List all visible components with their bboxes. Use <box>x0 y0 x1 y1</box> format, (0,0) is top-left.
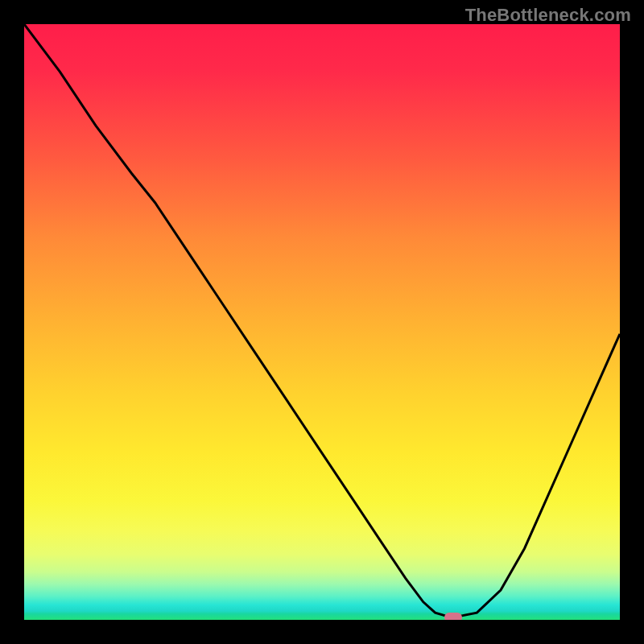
chart-frame: TheBottleneck.com <box>0 0 644 644</box>
curve-svg <box>24 24 620 620</box>
watermark-text: TheBottleneck.com <box>465 5 631 26</box>
optimal-point-marker <box>444 613 462 620</box>
plot-area <box>24 24 620 620</box>
bottleneck-curve <box>24 24 620 617</box>
